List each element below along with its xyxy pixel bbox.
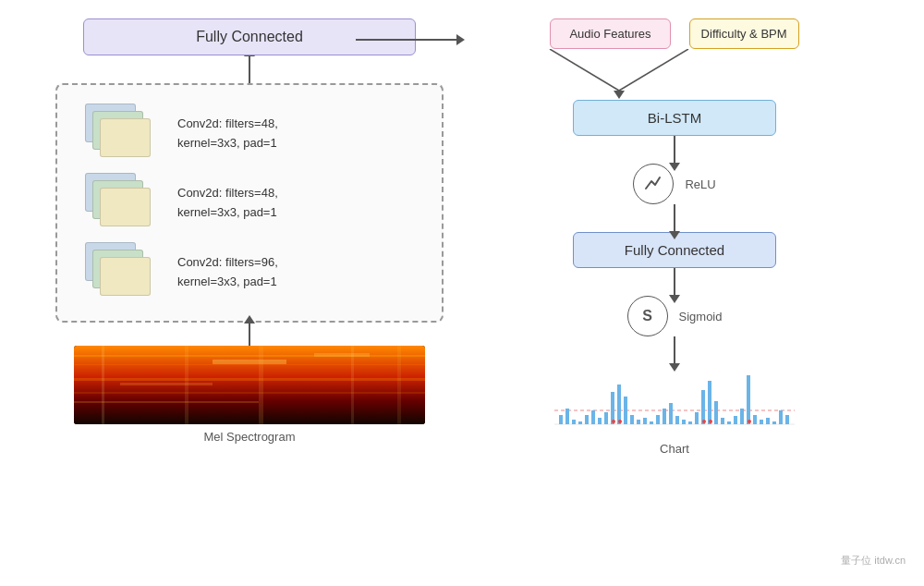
svg-rect-24: [591, 410, 595, 424]
svg-rect-8: [120, 383, 213, 385]
svg-rect-13: [397, 346, 401, 424]
chart-area: [554, 364, 795, 438]
svg-rect-46: [734, 416, 737, 424]
arrow-sigmoid-chart: [674, 336, 675, 364]
layer-stack-2: [85, 173, 159, 233]
conv-row-1: Conv2d: filters=48,kernel=3x3, pad=1: [85, 104, 423, 164]
svg-rect-42: [708, 381, 711, 424]
layer-front-1: [100, 118, 151, 157]
svg-rect-32: [643, 418, 647, 424]
bilstm-label: Bi-LSTM: [648, 110, 701, 126]
fc-right-label: Fully Connected: [625, 242, 724, 258]
svg-rect-52: [772, 421, 776, 424]
audio-features-box: Audio Features: [550, 18, 670, 49]
svg-line-14: [550, 49, 619, 91]
svg-point-59: [748, 420, 751, 423]
svg-rect-7: [314, 353, 370, 357]
left-side: Fully Connected Conv2d: filters=48,kerne…: [28, 18, 471, 444]
fc-top-label: Fully Connected: [196, 29, 303, 44]
svg-rect-33: [650, 421, 653, 424]
chart-label: Chart: [660, 442, 689, 456]
svg-rect-25: [598, 418, 602, 424]
svg-rect-38: [682, 420, 686, 424]
svg-rect-49: [753, 415, 757, 424]
svg-rect-6: [213, 360, 286, 364]
arrow-up-left: [249, 55, 250, 83]
top-inputs: Audio Features Difficulty & BPM: [480, 18, 869, 49]
svg-rect-2: [74, 364, 425, 365]
difficulty-bpm-label: Difficulty & BPM: [701, 27, 787, 41]
conv-row-3: Conv2d: filters=96,kernel=3x3, pad=1: [85, 242, 423, 302]
sigmoid-label: Sigmoid: [679, 310, 723, 324]
svg-rect-41: [701, 390, 705, 424]
svg-point-56: [618, 420, 622, 423]
layer-stack-3: [85, 242, 159, 302]
mel-spectrogram: [74, 346, 425, 424]
svg-line-15: [619, 49, 688, 91]
svg-rect-50: [760, 420, 763, 424]
svg-point-55: [612, 420, 615, 423]
arrow-fc-to-audio: [356, 39, 457, 41]
fc-top-box: Fully Connected: [83, 18, 416, 55]
svg-rect-35: [663, 409, 666, 424]
arrow-bilstm-relu: [674, 136, 675, 164]
sigmoid-circle: S: [627, 296, 668, 336]
difficulty-bpm-box: Difficulty & BPM: [689, 18, 799, 49]
arrow-fc-sigmoid: [674, 268, 675, 296]
svg-rect-26: [604, 412, 608, 424]
watermark: 量子位 itdw.cn: [841, 554, 906, 568]
svg-point-57: [702, 420, 706, 423]
conv-text-3: Conv2d: filters=96,kernel=3x3, pad=1: [177, 253, 278, 292]
svg-rect-19: [559, 415, 563, 424]
svg-rect-53: [779, 410, 783, 424]
svg-rect-20: [565, 409, 569, 424]
right-side: Audio Features Difficulty & BPM Bi-LSTM: [480, 18, 869, 456]
svg-rect-4: [74, 392, 425, 394]
conv-text-2: Conv2d: filters=48,kernel=3x3, pad=1: [177, 184, 278, 223]
svg-rect-9: [102, 346, 104, 424]
conv-dashed-box: Conv2d: filters=48,kernel=3x3, pad=1 Con…: [55, 83, 444, 323]
svg-rect-43: [714, 401, 718, 424]
svg-point-58: [709, 420, 712, 423]
svg-rect-29: [624, 397, 627, 424]
svg-marker-16: [614, 91, 625, 99]
svg-rect-23: [585, 415, 589, 424]
svg-rect-45: [727, 421, 731, 424]
svg-rect-3: [74, 378, 425, 381]
layer-front-3: [100, 257, 151, 296]
relu-circle: [633, 164, 674, 204]
svg-rect-31: [637, 420, 640, 424]
arrow-spec-up: [249, 323, 250, 346]
conv-text-1: Conv2d: filters=48,kernel=3x3, pad=1: [177, 115, 278, 153]
svg-rect-48: [747, 375, 750, 424]
diagram-container: Fully Connected Conv2d: filters=48,kerne…: [0, 0, 924, 586]
svg-rect-28: [617, 385, 621, 424]
svg-rect-21: [572, 420, 576, 424]
svg-rect-39: [688, 421, 692, 424]
svg-rect-10: [185, 346, 188, 424]
conv-row-2: Conv2d: filters=48,kernel=3x3, pad=1: [85, 173, 423, 233]
svg-rect-47: [740, 409, 744, 424]
svg-rect-36: [669, 403, 673, 424]
svg-rect-51: [766, 418, 770, 424]
converge-svg: [480, 49, 869, 100]
svg-rect-30: [630, 415, 634, 424]
svg-rect-27: [611, 392, 614, 424]
svg-rect-12: [351, 346, 354, 424]
svg-rect-44: [721, 418, 724, 424]
audio-features-label: Audio Features: [569, 27, 650, 41]
svg-rect-34: [656, 415, 660, 424]
bilstm-box: Bi-LSTM: [573, 100, 776, 136]
svg-rect-40: [695, 412, 699, 424]
arrow-relu-fc: [674, 204, 675, 232]
svg-rect-1: [74, 355, 425, 357]
layer-front-2: [100, 188, 151, 226]
svg-rect-54: [785, 415, 789, 424]
svg-rect-37: [675, 416, 679, 424]
svg-rect-22: [578, 421, 582, 424]
layer-stack-1: [85, 104, 159, 164]
relu-label: ReLU: [685, 177, 715, 191]
svg-rect-11: [259, 346, 263, 424]
mel-label: Mel Spectrogram: [204, 430, 296, 444]
